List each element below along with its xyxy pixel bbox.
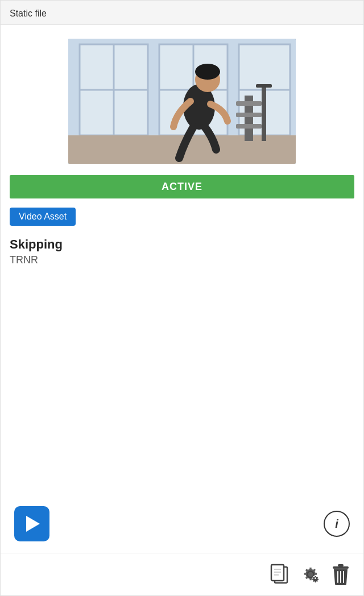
action-row: i	[1, 497, 363, 553]
thumbnail-image	[68, 39, 296, 164]
svg-rect-27	[338, 564, 344, 566]
card-header: Static file	[1, 1, 363, 25]
copy-button[interactable]	[270, 564, 289, 585]
page-title: Static file	[10, 9, 47, 18]
svg-rect-26	[333, 566, 349, 569]
gear-icon	[301, 565, 320, 584]
bottom-toolbar	[1, 556, 363, 595]
svg-rect-20	[271, 565, 284, 581]
settings-button[interactable]	[301, 565, 320, 584]
title-section: Skipping TRNR	[1, 233, 363, 268]
asset-subtitle: TRNR	[10, 254, 354, 266]
play-button[interactable]	[14, 506, 49, 541]
svg-rect-14	[236, 101, 262, 106]
card-content: ACTIVE Video Asset Skipping TRNR i	[1, 25, 363, 595]
svg-rect-17	[262, 84, 266, 141]
type-badge-container: Video Asset	[10, 208, 354, 226]
info-icon: i	[335, 518, 338, 531]
status-badge: ACTIVE	[10, 175, 354, 198]
delete-button[interactable]	[332, 564, 350, 585]
video-thumbnail	[68, 39, 296, 164]
divider	[1, 553, 363, 553]
copy-icon	[270, 564, 289, 585]
svg-rect-18	[256, 84, 272, 88]
asset-title: Skipping	[10, 237, 354, 252]
play-icon	[26, 516, 40, 532]
thumbnail-container	[1, 25, 363, 175]
svg-point-12	[195, 64, 220, 80]
trash-icon	[332, 564, 350, 585]
type-label: Video Asset	[10, 208, 76, 226]
static-file-card: Static file	[0, 0, 364, 596]
svg-point-25	[314, 577, 316, 580]
info-button[interactable]: i	[324, 511, 350, 537]
svg-rect-16	[236, 124, 262, 129]
svg-rect-15	[236, 113, 262, 117]
